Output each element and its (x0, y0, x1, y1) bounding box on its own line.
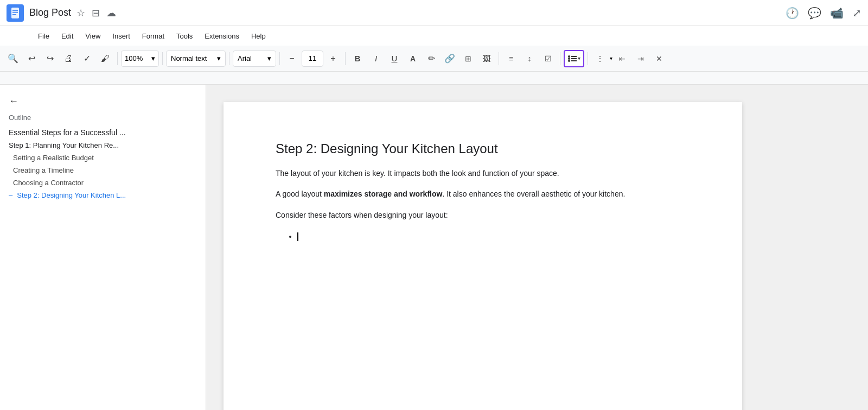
divider-5 (345, 52, 346, 65)
divider-4 (279, 52, 280, 65)
svg-rect-1 (12, 10, 18, 11)
title-right: 🕐 💬 📹 ⤢ (786, 7, 861, 20)
font-color-btn[interactable]: A (404, 50, 422, 67)
doc-icon (7, 4, 24, 22)
insert-table-btn[interactable]: ⊞ (459, 50, 477, 67)
svg-rect-7 (571, 58, 577, 59)
insert-image-btn[interactable]: 🖼 (478, 50, 495, 67)
main-layout: ← Outline Essential Steps for a Successf… (0, 85, 868, 410)
print-btn[interactable]: 🖨 (60, 50, 77, 67)
menu-edit[interactable]: Edit (56, 30, 79, 42)
decrease-indent-btn[interactable]: ⇤ (614, 50, 631, 67)
text-style-label: Normal text (171, 54, 207, 62)
align-btn[interactable]: ≡ (502, 50, 520, 67)
doc-right-margin (760, 85, 868, 410)
increase-indent-btn[interactable]: ⇥ (632, 50, 649, 67)
expand-icon[interactable]: ⤢ (852, 7, 861, 20)
doc-para2-bold: maximizes storage and workflow (324, 190, 443, 198)
menu-help[interactable]: Help (246, 30, 271, 42)
font-size-value: 11 (309, 54, 316, 62)
sidebar-item-h3-contractor[interactable]: Choosing a Contractor (0, 176, 206, 189)
font-selector[interactable]: Arial ▾ (233, 51, 276, 67)
doc-bullet-list (297, 230, 690, 243)
zoom-dropdown-icon: ▾ (151, 54, 155, 62)
svg-rect-9 (571, 60, 577, 61)
clear-formatting-btn[interactable]: ✕ (650, 50, 668, 67)
spellcheck-btn[interactable]: ✓ (78, 50, 95, 67)
sidebar-item-h2-step1[interactable]: Step 1: Planning Your Kitchen Re... (0, 139, 206, 152)
font-label: Arial (238, 54, 252, 62)
sidebar-item-h3-budget[interactable]: Setting a Realistic Budget (0, 152, 206, 164)
doc-area[interactable]: Step 2: Designing Your Kitchen Layout Th… (206, 85, 760, 410)
toolbar: 🔍 ↩ ↪ 🖨 ✓ 🖌 100% ▾ Normal text ▾ Arial ▾… (0, 46, 868, 72)
font-dropdown-icon: ▾ (267, 54, 271, 62)
numbered-list-dropdown: ▾ (610, 55, 612, 61)
search-toolbar-btn[interactable]: 🔍 (4, 50, 22, 67)
text-style-selector[interactable]: Normal text ▾ (166, 51, 226, 67)
svg-rect-3 (12, 14, 16, 15)
video-call-icon[interactable]: 📹 (830, 7, 844, 20)
active-dash-icon: – (9, 191, 12, 199)
highlight-btn[interactable]: ✏ (423, 50, 440, 67)
paint-format-btn[interactable]: 🖌 (97, 50, 114, 67)
sidebar-item-h2-step2[interactable]: – Step 2: Designing Your Kitchen L... (0, 189, 206, 201)
version-history-icon[interactable]: 🕐 (786, 7, 799, 20)
menu-bar: File Edit View Insert Format Tools Exten… (0, 26, 868, 46)
zoom-selector[interactable]: 100% ▾ (121, 51, 159, 67)
redo-btn[interactable]: ↪ (41, 50, 59, 67)
doc-para2-prefix: A good layout (276, 190, 324, 198)
title-icons: ☆ ⊟ ☁ (75, 6, 117, 20)
doc-para2-suffix: . It also enhances the overall aesthetic… (442, 190, 625, 198)
comment-icon[interactable]: 💬 (808, 7, 821, 20)
menu-tools[interactable]: Tools (171, 30, 198, 42)
undo-btn[interactable]: ↩ (23, 50, 40, 67)
svg-point-6 (568, 58, 570, 60)
link-btn[interactable]: 🔗 (441, 50, 458, 67)
style-dropdown-icon: ▾ (217, 54, 221, 62)
menu-file[interactable]: File (33, 30, 55, 42)
svg-point-8 (568, 60, 570, 62)
doc-heading: Step 2: Designing Your Kitchen Layout (276, 141, 690, 156)
font-size-decrease-btn[interactable]: − (283, 50, 301, 67)
checklist-btn[interactable]: ☑ (539, 50, 557, 67)
divider-7 (560, 52, 560, 65)
zoom-value: 100% (125, 54, 143, 62)
underline-btn[interactable]: U (386, 50, 403, 67)
divider-8 (588, 52, 588, 65)
sidebar-item-h3-timeline[interactable]: Creating a Timeline (0, 164, 206, 176)
line-spacing-btn[interactable]: ↕ (521, 50, 538, 67)
text-cursor (297, 232, 298, 241)
bulleted-list-btn[interactable]: ▾ (564, 50, 584, 67)
svg-rect-2 (12, 12, 18, 13)
italic-btn[interactable]: I (367, 50, 385, 67)
svg-point-4 (568, 55, 570, 58)
sidebar-item-step2-label: Step 2: Designing Your Kitchen L... (17, 191, 126, 199)
title-bar: Blog Post ☆ ⊟ ☁ 🕐 💬 📹 ⤢ (0, 0, 868, 26)
doc-page: Step 2: Designing Your Kitchen Layout Th… (224, 102, 742, 410)
doc-para2: A good layout maximizes storage and work… (276, 188, 690, 200)
star-icon[interactable]: ☆ (75, 6, 86, 20)
divider-6 (499, 52, 499, 65)
menu-view[interactable]: View (80, 30, 106, 42)
outline-back-btn[interactable]: ← (0, 91, 206, 111)
bulleted-list-icon (568, 54, 578, 64)
numbered-list-btn[interactable]: ⋮ (591, 50, 609, 67)
menu-format[interactable]: Format (137, 30, 170, 42)
sidebar-item-h1-essential[interactable]: Essential Steps for a Successful ... (0, 126, 206, 139)
font-size-input[interactable]: 11 (302, 51, 323, 67)
doc-bullet-item-1[interactable] (297, 230, 690, 243)
doc-para1: The layout of your kitchen is key. It im… (276, 167, 690, 179)
bulleted-list-dropdown-icon: ▾ (578, 55, 580, 61)
divider-3 (229, 52, 229, 65)
divider-2 (162, 52, 163, 65)
svg-rect-5 (571, 56, 577, 57)
menu-insert[interactable]: Insert (107, 30, 136, 42)
cloud-sync-icon[interactable]: ☁ (105, 6, 117, 20)
menu-extensions[interactable]: Extensions (199, 30, 245, 42)
divider-1 (117, 52, 118, 65)
outline-sidebar: ← Outline Essential Steps for a Successf… (0, 85, 206, 410)
font-size-increase-btn[interactable]: + (324, 50, 342, 67)
doc-para3: Consider these factors when designing yo… (276, 209, 690, 221)
bold-btn[interactable]: B (349, 50, 366, 67)
save-to-drive-icon[interactable]: ⊟ (91, 6, 101, 20)
